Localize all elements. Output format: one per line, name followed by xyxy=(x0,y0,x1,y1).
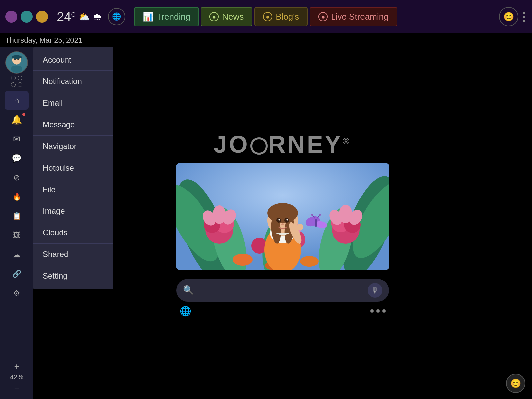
main-layout: ⌂ 🔔 ✉ 💬 ⊘ 🔥 📋 🖼 ☁ 🔗 ⚙ xyxy=(0,47,532,399)
sidebar-item-shared[interactable]: 🔗 xyxy=(5,265,29,283)
bottom-right-button[interactable]: 😊 xyxy=(506,374,525,393)
svg-point-40 xyxy=(284,218,289,223)
zoom-plus-button[interactable]: + xyxy=(10,361,23,371)
zoom-minus-button[interactable]: − xyxy=(10,383,23,393)
image-icon: 🖼 xyxy=(13,231,20,240)
clouds-icon: ☁ xyxy=(13,250,21,259)
dropdown-item-setting[interactable]: Setting xyxy=(33,265,113,287)
weather-icon-rainy: 🌧 xyxy=(93,11,102,22)
svg-point-31 xyxy=(300,256,319,267)
title-text-o: O xyxy=(229,131,250,158)
dropdown-item-clouds[interactable]: Clouds xyxy=(33,222,113,244)
shared-icon: 🔗 xyxy=(12,270,21,278)
dropdown-item-message[interactable]: Message xyxy=(33,114,113,136)
title-text: J xyxy=(214,131,229,158)
trending-label: Trending xyxy=(157,12,191,22)
dropdown-item-file[interactable]: File xyxy=(33,179,113,200)
sidebar-item-notification[interactable]: 🔔 xyxy=(5,110,29,129)
svg-point-48 xyxy=(315,219,317,227)
teal-dot[interactable] xyxy=(21,11,33,23)
svg-point-43 xyxy=(281,223,284,225)
svg-point-39 xyxy=(276,218,281,223)
email-icon: ✉ xyxy=(13,134,20,144)
search-input[interactable] xyxy=(198,286,364,295)
main-image xyxy=(176,163,389,270)
sidebar-avatar[interactable] xyxy=(5,51,28,87)
temp-unit: C xyxy=(71,11,76,18)
journey-title: JORNEY® xyxy=(214,131,352,158)
globe-button[interactable]: 🌐 xyxy=(108,8,125,25)
tab-trending[interactable]: 📊 Trending xyxy=(134,7,199,26)
hotpulse-icon: 🔥 xyxy=(12,193,21,201)
svg-point-42 xyxy=(287,219,288,220)
gold-dot[interactable] xyxy=(36,11,48,23)
illustration-svg xyxy=(176,163,389,270)
dot-group xyxy=(5,11,48,23)
svg-point-52 xyxy=(319,214,321,216)
notification-badge xyxy=(22,113,25,116)
more-dots-button[interactable] xyxy=(522,10,527,23)
file-icon: 📋 xyxy=(12,212,21,220)
live-tab-icon: ● xyxy=(318,12,328,21)
temperature: 24C xyxy=(57,9,76,24)
svg-point-3 xyxy=(14,59,16,60)
svg-point-51 xyxy=(311,214,313,216)
nav-tabs: 📊 Trending ● News ● Blog's ● Live Stream… xyxy=(134,7,496,26)
tab-news[interactable]: ● News xyxy=(201,7,252,26)
topbar-avatar-button[interactable]: 😊 xyxy=(499,7,518,26)
tab-blogs[interactable]: ● Blog's xyxy=(254,7,308,26)
sidebar-item-clouds[interactable]: ☁ xyxy=(5,245,29,264)
sidebar-bottom: + 42% − xyxy=(0,361,33,393)
svg-point-4 xyxy=(17,59,19,60)
dropdown-item-navigator[interactable]: Navigator xyxy=(33,136,113,157)
svg-point-2 xyxy=(11,65,22,73)
avatar-image xyxy=(5,51,28,74)
date-text: Thursday, Mar 25, 2021 xyxy=(5,36,82,44)
blogs-tab-icon: ● xyxy=(263,12,272,21)
dropdown-item-account[interactable]: Account xyxy=(33,49,113,71)
sidebar-item-navigator[interactable]: ⊘ xyxy=(5,168,29,187)
sidebar-item-hotpulse[interactable]: 🔥 xyxy=(5,188,29,206)
dropdown-item-email[interactable]: Email xyxy=(33,92,113,114)
sidebar-item-setting[interactable]: ⚙ xyxy=(5,284,29,303)
tab-live-streaming[interactable]: ● Live Streaming xyxy=(310,7,397,26)
weather-icon-cloudy: ⛅ xyxy=(78,11,90,22)
home-icon: ⌂ xyxy=(14,95,19,106)
dropdown-menu: Account Notification Email Message Navig… xyxy=(33,47,113,289)
title-reg: ® xyxy=(343,136,352,146)
svg-point-30 xyxy=(233,254,253,266)
message-icon: 💬 xyxy=(12,154,22,163)
dropdown-item-image[interactable]: Image xyxy=(33,200,113,222)
news-label: News xyxy=(222,12,244,22)
blogs-label: Blog's xyxy=(276,12,299,22)
zoom-level: 42% xyxy=(10,373,23,381)
search-globe-icon[interactable]: 🌐 xyxy=(180,306,191,317)
weather-info: 24C ⛅ 🌧 xyxy=(57,9,102,24)
search-icon: 🔍 xyxy=(183,285,194,295)
purple-dot[interactable] xyxy=(5,11,17,23)
trending-icon: 📊 xyxy=(143,12,153,22)
sidebar-item-image[interactable]: 🖼 xyxy=(5,226,29,245)
setting-icon: ⚙ xyxy=(13,289,20,298)
dropdown-item-shared[interactable]: Shared xyxy=(33,244,113,265)
search-bar: 🔍 🎙 xyxy=(176,279,389,302)
sidebar-item-email[interactable]: ✉ xyxy=(5,130,29,148)
title-text-rney: RNEY xyxy=(268,131,343,158)
sidebar-item-file[interactable]: 📋 xyxy=(5,207,29,225)
top-bar: 24C ⛅ 🌧 🌐 📊 Trending ● News ● Blog's ● L… xyxy=(0,0,532,33)
sidebar-item-message[interactable]: 💬 xyxy=(5,149,29,168)
mic-icon[interactable]: 🎙 xyxy=(368,283,382,298)
sidebar-item-home[interactable]: ⌂ xyxy=(5,91,29,110)
svg-point-45 xyxy=(297,224,303,230)
title-circle-u xyxy=(250,137,268,155)
svg-rect-6 xyxy=(12,57,22,58)
dropdown-item-notification[interactable]: Notification xyxy=(33,71,113,92)
search-more-dots[interactable] xyxy=(370,309,386,313)
navigator-icon: ⊘ xyxy=(13,173,20,182)
svg-point-5 xyxy=(12,55,22,59)
dropdown-item-hotpulse[interactable]: Hotpulse xyxy=(33,157,113,179)
news-tab-icon: ● xyxy=(209,12,219,21)
svg-point-41 xyxy=(279,219,280,220)
search-bottom: 🌐 xyxy=(176,306,389,317)
live-label: Live Streaming xyxy=(331,12,388,22)
